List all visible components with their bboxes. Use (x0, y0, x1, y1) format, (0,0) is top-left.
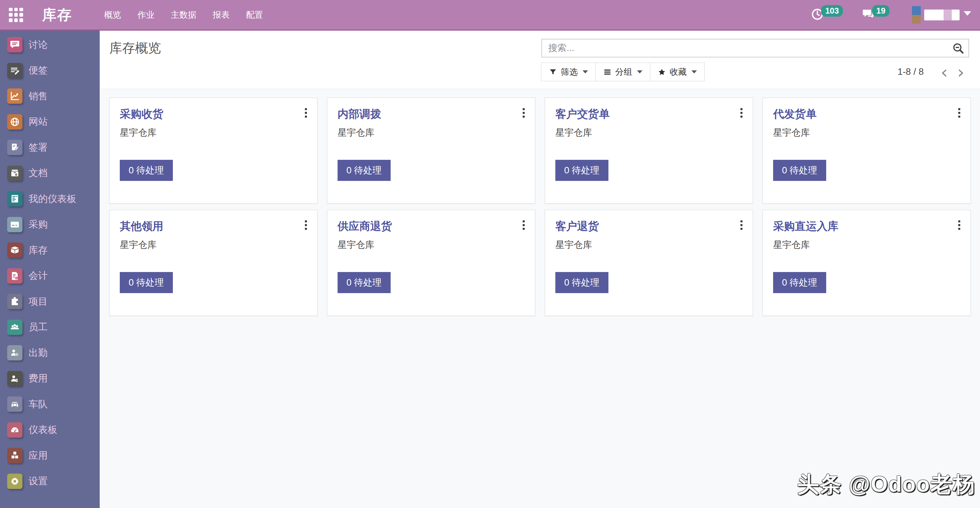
documents-icon (7, 165, 22, 181)
activity-count-badge: 103 (821, 5, 843, 17)
sidebar-item-label: 会计 (29, 269, 48, 282)
dashboards-gauge-icon (7, 422, 22, 438)
card-kebab-menu-icon[interactable] (738, 217, 745, 233)
attendance-icon (7, 345, 22, 360)
sidebar-item-label: 设置 (29, 475, 48, 487)
message-count-badge: 19 (872, 5, 889, 17)
sidebar-item[interactable]: 网站 (0, 109, 100, 135)
to-process-button[interactable]: 0 待处理 (337, 272, 391, 293)
apps-grid-icon[interactable] (9, 8, 23, 22)
sidebar-item[interactable]: 签署 (0, 135, 100, 160)
sidebar-item[interactable]: 出勤 (0, 340, 100, 366)
apps-sidebar: 讨论 便签 销售 网站 签署 文档 我的仪表板 (0, 30, 100, 508)
search-input[interactable] (542, 43, 951, 53)
pager-range: 1-8 / 8 (898, 67, 924, 77)
card-kebab-menu-icon[interactable] (520, 105, 527, 121)
card-kebab-menu-icon[interactable] (956, 105, 963, 121)
sidebar-item[interactable]: 讨论 (0, 32, 100, 58)
sidebar-item-label: 车队 (29, 398, 48, 411)
filter-button[interactable]: 筛选 (541, 63, 596, 81)
topbar: 库存 概览 作业 主数据 报表 配置 103 19 (0, 0, 980, 30)
sidebar-item[interactable]: 采购 (0, 212, 100, 238)
operation-type-card: 供应商退货 星宇仓库 0 待处理 (327, 210, 535, 316)
sidebar-item-label: 仪表板 (29, 423, 57, 436)
sidebar-item[interactable]: 销售 (0, 83, 100, 109)
card-kebab-menu-icon[interactable] (956, 217, 963, 233)
sidebar-item[interactable]: 设置 (0, 468, 100, 494)
card-kebab-menu-icon[interactable] (520, 217, 527, 233)
sidebar-item-label: 讨论 (29, 38, 48, 51)
user-menu-caret-icon[interactable] (964, 11, 971, 16)
sidebar-item[interactable]: 库存 (0, 237, 100, 263)
to-process-button[interactable]: 0 待处理 (555, 160, 608, 181)
sidebar-item[interactable]: 仪表板 (0, 417, 100, 443)
project-puzzle-icon (7, 294, 22, 309)
card-warehouse-label: 星宇仓库 (773, 239, 960, 251)
pager-previous-icon[interactable]: ‹ (936, 65, 953, 79)
sidebar-item[interactable]: 车队 (0, 391, 100, 417)
topbar-menu-item[interactable]: 配置 (238, 5, 271, 25)
to-process-button[interactable]: 0 待处理 (555, 272, 608, 293)
sales-chart-icon (7, 89, 22, 104)
employees-icon (7, 320, 22, 335)
card-kebab-menu-icon[interactable] (302, 217, 310, 233)
sidebar-item-label: 项目 (29, 295, 48, 308)
to-process-button[interactable]: 0 待处理 (773, 160, 826, 181)
sidebar-item[interactable]: 员工 (0, 314, 100, 340)
sidebar-item[interactable]: $ 费用 (0, 366, 100, 392)
card-title-link[interactable]: 客户交货单 (555, 107, 610, 122)
card-title-link[interactable]: 其他领用 (120, 219, 163, 234)
messages-button[interactable]: 19 (862, 8, 889, 22)
app-title[interactable]: 库存 (42, 5, 72, 24)
favorites-button[interactable]: 收藏 (650, 63, 705, 81)
sidebar-item[interactable]: 会计 (0, 263, 100, 289)
card-title-link[interactable]: 代发货单 (773, 107, 817, 122)
favorites-button-label: 收藏 (670, 66, 687, 78)
topbar-menu-item[interactable]: 作业 (129, 5, 163, 25)
group-by-button[interactable]: 分组 (595, 63, 650, 81)
to-process-button[interactable]: 0 待处理 (120, 272, 173, 293)
sidebar-item-label: 我的仪表板 (29, 192, 76, 205)
card-title-link[interactable]: 采购收货 (120, 107, 163, 122)
to-process-button[interactable]: 0 待处理 (120, 160, 173, 181)
user-name-redacted[interactable] (924, 10, 959, 21)
card-title-link[interactable]: 采购直运入库 (773, 219, 838, 234)
card-title-link[interactable]: 供应商退货 (337, 219, 392, 234)
to-process-button[interactable]: 0 待处理 (337, 160, 391, 181)
operation-type-card: 采购收货 星宇仓库 0 待处理 (109, 98, 318, 204)
card-warehouse-label: 星宇仓库 (337, 127, 525, 139)
caret-down-icon (692, 70, 697, 73)
pager-next-icon[interactable]: › (953, 65, 969, 79)
sidebar-item[interactable]: 便签 (0, 58, 100, 84)
sidebar-item-label: 销售 (29, 90, 48, 103)
operation-type-card: 其他领用 星宇仓库 0 待处理 (109, 210, 318, 316)
apps-cubes-icon (7, 448, 22, 463)
card-warehouse-label: 星宇仓库 (555, 127, 743, 139)
group-bars-icon (603, 68, 611, 76)
sidebar-item[interactable]: 文档 (0, 160, 100, 186)
card-warehouse-label: 星宇仓库 (555, 239, 743, 251)
sidebar-item[interactable]: 我的仪表板 (0, 186, 100, 212)
sidebar-item[interactable]: 应用 (0, 443, 100, 468)
card-title-link[interactable]: 内部调拨 (337, 107, 381, 122)
search-magnifier-icon[interactable] (951, 41, 965, 55)
group-by-button-label: 分组 (615, 66, 632, 78)
card-kebab-menu-icon[interactable] (302, 105, 310, 121)
activities-button[interactable]: 103 (811, 8, 843, 22)
to-process-button[interactable]: 0 待处理 (773, 272, 826, 293)
user-avatar[interactable] (912, 6, 921, 24)
sidebar-item[interactable]: 项目 (0, 289, 100, 314)
topbar-menu-item[interactable]: 主数据 (163, 5, 205, 25)
page-title: 库存概览 (109, 40, 161, 57)
card-kebab-menu-icon[interactable] (738, 105, 745, 121)
topbar-menu-item[interactable]: 概览 (96, 5, 129, 25)
sidebar-item-label: 网站 (29, 115, 48, 128)
sidebar-item-label: 便签 (29, 64, 48, 77)
card-title-link[interactable]: 客户退货 (555, 219, 599, 234)
sidebar-item-label: 出勤 (29, 346, 48, 359)
topbar-menu-item[interactable]: 报表 (205, 5, 238, 25)
caret-down-icon (582, 70, 588, 73)
purchase-card-icon (7, 217, 22, 232)
accounting-icon (7, 268, 22, 284)
card-warehouse-label: 星宇仓库 (337, 239, 525, 251)
